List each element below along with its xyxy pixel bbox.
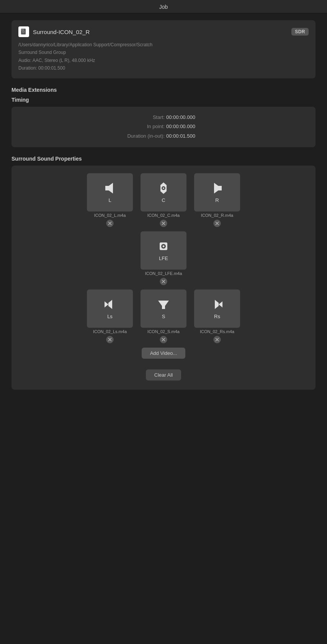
channel-item-Ls: Ls ICON_02_Ls.m4a xyxy=(87,289,133,344)
source-info: /Users/dannyrico/Library/Application Sup… xyxy=(18,41,309,72)
sdr-badge: SDR xyxy=(291,28,309,36)
channel-tile-LFE[interactable]: LFE xyxy=(141,231,186,270)
channel-remove-LFE[interactable] xyxy=(159,277,168,286)
source-duration: Duration: 00:00:01.500 xyxy=(18,64,309,72)
svg-marker-45 xyxy=(219,301,222,307)
channel-filename-Rs: ICON_02_Rs.m4a xyxy=(200,329,234,334)
channel-item-L: L ICON_02_L.m4a xyxy=(87,173,133,228)
channel-row-lfe: LFE ICON_02_LFE.m4a xyxy=(18,231,309,286)
channel-remove-Rs[interactable] xyxy=(213,335,221,344)
source-audio: Audio: AAC, Stereo (L R), 48.000 kHz xyxy=(18,57,309,64)
svg-marker-44 xyxy=(215,300,219,309)
timing-duration-label: Duration (in-out): xyxy=(115,132,165,141)
svg-marker-36 xyxy=(105,301,108,307)
channel-filename-L: ICON_02_L.m4a xyxy=(94,213,126,218)
svg-marker-40 xyxy=(158,301,169,309)
channel-tile-R[interactable]: R xyxy=(194,173,240,211)
channel-label-LFE: LFE xyxy=(159,255,168,261)
channel-filename-LFE: ICON_02_LFE.m4a xyxy=(145,271,182,276)
channel-tile-Rs[interactable]: Rs xyxy=(194,289,240,328)
channel-tile-C[interactable]: C xyxy=(141,173,186,211)
media-extensions-header: Media Extensions xyxy=(11,87,316,93)
add-video-button[interactable]: Add Video... xyxy=(142,348,186,359)
surround-header: Surround Sound Properties xyxy=(11,156,316,162)
channel-remove-L[interactable] xyxy=(106,219,114,228)
timing-start-value: 00:00:00.000 xyxy=(166,113,212,122)
channel-label-R: R xyxy=(215,197,219,203)
channel-item-C: C ICON_02_C.m4a xyxy=(141,173,186,228)
channel-label-L: L xyxy=(108,197,111,203)
title-bar: Job xyxy=(0,0,327,13)
channel-label-Rs: Rs xyxy=(214,314,220,319)
svg-point-13 xyxy=(23,31,24,33)
source-card: Surround-ICON_02_R SDR /Users/dannyrico/… xyxy=(11,20,316,78)
timing-inpoint-row: In point: 00:00:00.000 xyxy=(21,122,306,132)
svg-marker-15 xyxy=(105,183,113,194)
timing-inpoint-value: 00:00:00.000 xyxy=(166,122,212,132)
timing-start-label: Start: xyxy=(115,113,165,122)
channel-tile-L[interactable]: L xyxy=(87,173,133,211)
svg-point-21 xyxy=(163,187,164,189)
svg-rect-14 xyxy=(21,29,24,31)
timing-header: Timing xyxy=(11,97,316,103)
window-title: Job xyxy=(159,4,168,10)
source-group: Surround Sound Group xyxy=(18,49,309,56)
svg-marker-35 xyxy=(108,300,112,309)
source-title: Surround-ICON_02_R xyxy=(33,29,291,35)
timing-start-row: Start: 00:00:00.000 xyxy=(21,113,306,122)
channel-filename-S: ICON_02_S.m4a xyxy=(147,329,180,334)
channel-remove-Ls[interactable] xyxy=(106,335,114,344)
channel-item-S: S ICON_02_S.m4a xyxy=(141,289,186,344)
channel-filename-C: ICON_02_C.m4a xyxy=(147,213,180,218)
channel-tile-S[interactable]: S xyxy=(141,289,186,328)
svg-marker-25 xyxy=(214,183,222,194)
channel-item-LFE: LFE ICON_02_LFE.m4a xyxy=(141,231,186,286)
channel-label-C: C xyxy=(162,197,165,203)
timing-inpoint-label: In point: xyxy=(115,122,165,132)
channel-remove-S[interactable] xyxy=(159,335,168,344)
surround-box: L ICON_02_L.m4a xyxy=(11,166,316,390)
channel-row-1: L ICON_02_L.m4a xyxy=(18,173,309,228)
timing-duration-value: 00:00:01.500 xyxy=(166,132,212,141)
channel-filename-R: ICON_02_R.m4a xyxy=(201,213,233,218)
timing-duration-row: Duration (in-out): 00:00:01.500 xyxy=(21,132,306,141)
channel-item-Rs: Rs ICON_02_Rs.m4a xyxy=(194,289,240,344)
channel-filename-Ls: ICON_02_Ls.m4a xyxy=(93,329,127,334)
timing-box: Start: 00:00:00.000 In point: 00:00:00.0… xyxy=(11,107,316,147)
clear-all-button[interactable]: Clear All xyxy=(146,369,181,381)
channel-label-S: S xyxy=(162,314,165,319)
source-path: /Users/dannyrico/Library/Application Sup… xyxy=(18,41,309,49)
source-header: Surround-ICON_02_R SDR xyxy=(18,26,309,37)
source-file-icon xyxy=(18,26,29,37)
channel-row-2: Ls ICON_02_Ls.m4a xyxy=(18,289,309,344)
channel-remove-R[interactable] xyxy=(213,219,221,228)
channel-item-R: R ICON_02_R.m4a xyxy=(194,173,240,228)
channel-remove-C[interactable] xyxy=(159,219,168,228)
channel-label-Ls: Ls xyxy=(107,314,113,319)
channel-tile-Ls[interactable]: Ls xyxy=(87,289,133,328)
svg-point-31 xyxy=(163,246,165,247)
